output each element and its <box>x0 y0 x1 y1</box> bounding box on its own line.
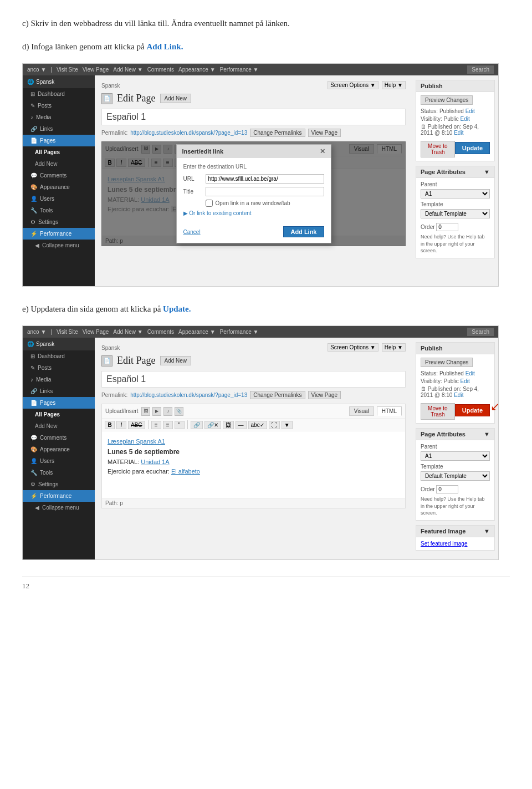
sidebar2-item-add-new[interactable]: Add New <box>23 420 95 432</box>
change-permalinks-btn-2[interactable]: Change Permalinks <box>250 391 305 399</box>
sidebar2-item-comments[interactable]: 💬 Comments <box>23 432 95 444</box>
sidebar2-item-pages[interactable]: 📄 Pages <box>23 397 95 409</box>
page-attributes-toggle-1[interactable]: ▼ <box>484 169 490 175</box>
status-edit-link-1[interactable]: Edit <box>466 108 475 114</box>
adminbar2-performance[interactable]: Performance ▼ <box>220 329 259 335</box>
sidebar2-item-posts[interactable]: ✎ Posts <box>23 362 95 374</box>
move-to-trash-btn-1[interactable]: Move to Trash <box>421 141 455 157</box>
page-attributes-toggle-2[interactable]: ▼ <box>484 431 490 437</box>
permalink-url-1[interactable]: http://blog.studieskolen.dk/spansk/?page… <box>130 130 247 136</box>
editor2-link-laeseplan[interactable]: Læseplan Spansk A1 <box>108 438 165 445</box>
status-edit-link-2[interactable]: Edit <box>466 370 475 376</box>
tb2-bold[interactable]: B <box>105 421 115 429</box>
tab-visual-2[interactable]: Visual <box>349 406 374 416</box>
upload2-icon-audio[interactable]: ♪ <box>163 407 172 416</box>
tb2-kitchen-sink[interactable]: ▼ <box>282 421 293 429</box>
preview-changes-btn-2[interactable]: Preview Changes <box>421 358 473 367</box>
adminbar2-view-page[interactable]: View Page <box>83 329 109 335</box>
dialog-close-btn[interactable]: ✕ <box>320 147 325 155</box>
post-title-input-1[interactable] <box>101 109 406 125</box>
tb2-fullscreen[interactable]: ⛶ <box>269 421 280 429</box>
editor2-link-alfabeto[interactable]: El alfabeto <box>171 468 200 475</box>
tb2-ol[interactable]: ≡ <box>163 421 173 429</box>
add-new-button-2[interactable]: Add New <box>160 356 192 365</box>
screen-options-btn-1[interactable]: Screen Options ▼ <box>328 81 378 89</box>
sidebar2-item-links[interactable]: 🔗 Links <box>23 385 95 397</box>
adminbar2-appearance[interactable]: Appearance ▼ <box>178 329 216 335</box>
sidebar2-item-collapse[interactable]: ◀ Collapse menu <box>23 502 95 513</box>
sidebar-item-dashboard[interactable]: ⊞ Dashboard <box>23 88 95 100</box>
sidebar-item-settings[interactable]: ⚙ Settings <box>23 216 95 228</box>
adminbar-visit-site[interactable]: Visit Site <box>57 67 78 73</box>
permalink-url-2[interactable]: http://blog.studieskolen.dk/spansk/?page… <box>130 392 247 398</box>
parent-select-2[interactable]: A1 <box>421 451 490 461</box>
sidebar-item-pages[interactable]: 📄 Pages <box>23 135 95 146</box>
upload2-icon-video[interactable]: ▶ <box>152 407 161 416</box>
dialog-add-link-button[interactable]: Add Link <box>283 226 324 237</box>
sidebar-item-media[interactable]: ♪ Media <box>23 111 95 123</box>
change-permalinks-btn-1[interactable]: Change Permalinks <box>250 129 305 137</box>
adminbar2-visit-site[interactable]: Visit Site <box>57 329 78 335</box>
sidebar2-item-appearance[interactable]: 🎨 Appearance <box>23 444 95 455</box>
tb2-unlink[interactable]: 🔗✕ <box>204 421 221 429</box>
tb2-italic[interactable]: I <box>116 421 126 429</box>
tb2-img[interactable]: 🖼 <box>223 421 234 429</box>
adminbar-anco[interactable]: anco ▼ <box>27 67 46 73</box>
tb2-ul[interactable]: ≡ <box>151 421 161 429</box>
visibility-edit-link-2[interactable]: Edit <box>461 378 470 384</box>
dialog-url-input[interactable] <box>206 174 324 184</box>
visibility-edit-link-1[interactable]: Edit <box>461 116 470 122</box>
tab-html-2[interactable]: HTML <box>377 406 402 416</box>
tb2-link[interactable]: 🔗 <box>191 421 203 429</box>
sidebar2-item-settings[interactable]: ⚙ Settings <box>23 479 95 490</box>
sidebar-item-tools[interactable]: 🔧 Tools <box>23 205 95 216</box>
view-page-btn-1[interactable]: View Page <box>308 129 341 137</box>
featured-image-toggle-2[interactable]: ▼ <box>484 528 490 535</box>
sidebar2-item-all-pages[interactable]: All Pages <box>23 409 95 420</box>
sidebar2-item-dashboard[interactable]: ⊞ Dashboard <box>23 350 95 362</box>
help-btn-1[interactable]: Help ▼ <box>382 81 406 89</box>
order-input-1[interactable] <box>436 223 458 231</box>
adminbar2-add-new[interactable]: Add New ▼ <box>113 329 142 335</box>
upload2-icon-image[interactable]: 🖼 <box>141 407 150 416</box>
sidebar-item-posts[interactable]: ✎ Posts <box>23 100 95 111</box>
add-new-button-1[interactable]: Add New <box>160 94 192 103</box>
adminbar-comments[interactable]: Comments <box>147 67 174 73</box>
sidebar2-item-media[interactable]: ♪ Media <box>23 374 95 385</box>
published-edit-link-1[interactable]: Edit <box>454 130 463 136</box>
dialog-new-window-checkbox[interactable] <box>206 200 213 207</box>
sidebar2-item-performance[interactable]: ⚡ Performance <box>23 490 95 502</box>
preview-changes-btn-1[interactable]: Preview Changes <box>421 95 473 105</box>
adminbar2-search[interactable]: Search <box>472 329 489 335</box>
help-btn-2[interactable]: Help ▼ <box>382 343 406 352</box>
dialog-title-input[interactable] <box>206 187 324 196</box>
sidebar-item-performance[interactable]: ⚡ Performance <box>23 228 95 240</box>
update-btn-2[interactable]: Update <box>455 404 490 416</box>
move-to-trash-btn-2[interactable]: Move to Trash <box>421 403 455 420</box>
sidebar-item-links[interactable]: 🔗 Links <box>23 123 95 135</box>
sidebar-item-add-new-page[interactable]: Add New <box>23 158 95 170</box>
template-select-1[interactable]: Default Template <box>421 209 490 218</box>
sidebar2-item-users[interactable]: 👤 Users <box>23 455 95 467</box>
sidebar-item-appearance[interactable]: 🎨 Appearance <box>23 181 95 193</box>
update-btn-1[interactable]: Update <box>455 142 490 154</box>
sidebar-item-collapse[interactable]: ◀ Collapse menu <box>23 240 95 251</box>
adminbar-view-page[interactable]: View Page <box>83 67 109 73</box>
dialog-cancel-button[interactable]: Cancel <box>183 229 201 235</box>
tb2-blockquote[interactable]: " <box>175 421 185 429</box>
adminbar-appearance[interactable]: Appearance ▼ <box>178 67 216 73</box>
editor2-link-unidad[interactable]: Unidad 1A <box>141 459 169 465</box>
tb2-more[interactable]: — <box>236 421 247 429</box>
sidebar-item-users[interactable]: 👤 Users <box>23 193 95 205</box>
post-title-input-2[interactable] <box>101 371 406 388</box>
adminbar2-comments[interactable]: Comments <box>147 329 174 335</box>
adminbar2-anco[interactable]: anco ▼ <box>27 329 46 335</box>
tb2-spell[interactable]: abc✓ <box>248 421 267 429</box>
order-input-2[interactable] <box>436 485 458 493</box>
template-select-2[interactable]: Default Template <box>421 471 490 481</box>
view-page-btn-2[interactable]: View Page <box>308 391 341 399</box>
adminbar-search[interactable]: Search <box>472 67 489 73</box>
sidebar-item-all-pages[interactable]: All Pages <box>23 146 95 158</box>
tb2-abc[interactable]: ABC <box>128 421 145 429</box>
sidebar2-item-tools[interactable]: 🔧 Tools <box>23 467 95 479</box>
